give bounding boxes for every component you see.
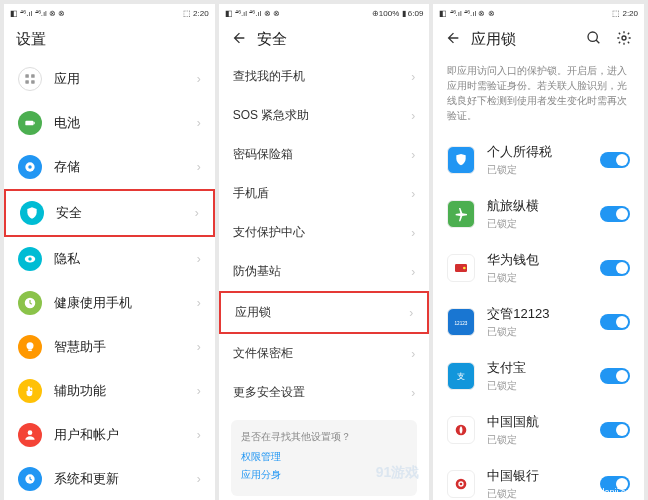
app-icon (447, 254, 475, 282)
settings-row-7[interactable]: 辅助功能› (4, 369, 215, 413)
settings-row-9[interactable]: 系统和更新› (4, 457, 215, 500)
toggle-switch[interactable] (600, 152, 630, 168)
chevron-right-icon: › (197, 472, 201, 486)
app-status: 已锁定 (487, 217, 600, 231)
svg-point-11 (27, 342, 34, 349)
settings-row-3[interactable]: 安全› (4, 189, 215, 237)
app-status: 已锁定 (487, 433, 600, 447)
toggle-switch[interactable] (600, 314, 630, 330)
security-row-1[interactable]: SOS 紧急求助› (219, 96, 430, 135)
svg-rect-0 (25, 74, 29, 78)
security-row-4[interactable]: 支付保护中心› (219, 213, 430, 252)
settings-panel: ◧ ⁴⁶.ıl ⁴⁶.ıl ⊗ ⊗ ⬚ 2:20 设置 应用›电池›存储›安全›… (4, 4, 215, 500)
row-label: 应用 (54, 70, 197, 88)
page-title: 安全 (257, 30, 287, 49)
app-icon: 支 (447, 362, 475, 390)
security-row-5[interactable]: 防伪基站› (219, 252, 430, 291)
footer-url: 91danji.com (589, 487, 638, 497)
row-label: 隐私 (54, 250, 197, 268)
toggle-switch[interactable] (600, 260, 630, 276)
chevron-right-icon: › (411, 109, 415, 123)
row-icon (18, 291, 42, 315)
status-left: ◧ ⁴⁶.ıl ⁴⁶.ıl ⊗ ⊗ (10, 9, 65, 18)
settings-row-1[interactable]: 电池› (4, 101, 215, 145)
back-icon[interactable] (445, 30, 461, 49)
status-right: ⬚ 2:20 (612, 9, 638, 18)
chevron-right-icon: › (409, 306, 413, 320)
svg-point-21 (463, 267, 466, 270)
chevron-right-icon: › (197, 72, 201, 86)
row-label: 用户和帐户 (54, 426, 197, 444)
app-label: 交管12123 (487, 305, 600, 323)
row-icon (18, 111, 42, 135)
toggle-switch[interactable] (600, 368, 630, 384)
page-title: 应用锁 (471, 30, 516, 49)
row-label: 文件保密柜 (233, 345, 293, 362)
footer-watermark: 91 游戏 (584, 449, 638, 470)
settings-row-5[interactable]: 健康使用手机› (4, 281, 215, 325)
toggle-switch[interactable] (600, 422, 630, 438)
security-row-6[interactable]: 应用锁› (219, 291, 430, 334)
toggle-switch[interactable] (600, 206, 630, 222)
app-row-4: 支支付宝已锁定 (433, 349, 644, 403)
info-title: 是否在寻找其他设置项？ (241, 430, 408, 444)
page-title: 设置 (16, 30, 46, 49)
security-row-7[interactable]: 文件保密柜› (219, 334, 430, 373)
row-label: 查找我的手机 (233, 68, 305, 85)
app-label: 航旅纵横 (487, 197, 600, 215)
watermark: 91游戏 (376, 464, 420, 482)
back-icon[interactable] (231, 30, 247, 49)
chevron-right-icon: › (411, 70, 415, 84)
row-label: SOS 紧急求助 (233, 107, 310, 124)
app-label: 个人所得税 (487, 143, 600, 161)
app-label: 支付宝 (487, 359, 600, 377)
chevron-right-icon: › (197, 428, 201, 442)
row-label: 手机盾 (233, 185, 269, 202)
chevron-right-icon: › (411, 187, 415, 201)
status-bar: ◧ ⁴⁶.ıl ⁴⁶.ıl ⊗ ⊗ ⬚ 2:20 (4, 4, 215, 22)
chevron-right-icon: › (197, 384, 201, 398)
row-icon (20, 201, 44, 225)
app-label: 中国国航 (487, 413, 600, 431)
settings-row-0[interactable]: 应用› (4, 57, 215, 101)
security-row-2[interactable]: 密码保险箱› (219, 135, 430, 174)
row-label: 支付保护中心 (233, 224, 305, 241)
settings-row-8[interactable]: 用户和帐户› (4, 413, 215, 457)
row-icon (18, 67, 42, 91)
settings-row-2[interactable]: 存储› (4, 145, 215, 189)
status-left: ◧ ⁴⁶.ıl ⁴⁶.ıl ⊗ ⊗ (439, 9, 494, 18)
app-row-3: 12123交管12123已锁定 (433, 295, 644, 349)
chevron-right-icon: › (197, 116, 201, 130)
security-row-8[interactable]: 更多安全设置› (219, 373, 430, 412)
status-bar: ◧ ⁴⁶.ıl ⁴⁶.ıl ⊗ ⊗ ⬚ 2:20 (433, 4, 644, 22)
chevron-right-icon: › (411, 226, 415, 240)
status-left: ◧ ⁴⁶.ıl ⁴⁶.ıl ⊗ ⊗ (225, 9, 280, 18)
row-label: 更多安全设置 (233, 384, 305, 401)
gear-icon[interactable] (616, 30, 632, 49)
app-row-1: 航旅纵横已锁定 (433, 187, 644, 241)
svg-point-9 (28, 257, 32, 261)
svg-rect-5 (34, 122, 35, 124)
svg-rect-4 (25, 121, 33, 126)
description: 即应用访问入口的保护锁。开启后，进入应用时需验证身份。若关联人脸识别，光线良好下… (433, 57, 644, 133)
app-status: 已锁定 (487, 163, 600, 177)
app-icon (447, 416, 475, 444)
info-box: 是否在寻找其他设置项？权限管理应用分身 (231, 420, 418, 496)
svg-point-7 (28, 165, 32, 169)
security-row-3[interactable]: 手机盾› (219, 174, 430, 213)
row-label: 密码保险箱 (233, 146, 293, 163)
settings-row-6[interactable]: 智慧助手› (4, 325, 215, 369)
info-link[interactable]: 权限管理 (241, 450, 408, 464)
row-label: 健康使用手机 (54, 294, 197, 312)
settings-row-4[interactable]: 隐私› (4, 237, 215, 281)
status-right: ⬚ 2:20 (183, 9, 209, 18)
search-icon[interactable] (586, 30, 602, 49)
security-row-0[interactable]: 查找我的手机› (219, 57, 430, 96)
app-status: 已锁定 (487, 271, 600, 285)
svg-point-19 (622, 36, 626, 40)
chevron-right-icon: › (411, 386, 415, 400)
row-label: 防伪基站 (233, 263, 281, 280)
svg-text:12123: 12123 (455, 321, 468, 326)
app-row-2: 华为钱包已锁定 (433, 241, 644, 295)
header: 安全 (219, 22, 430, 57)
